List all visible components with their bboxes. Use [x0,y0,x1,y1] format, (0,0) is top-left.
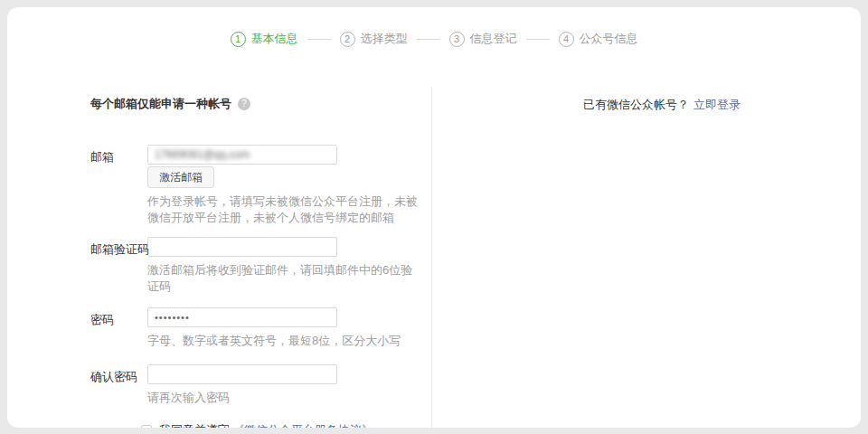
email-code-label: 邮箱验证码 [90,241,149,258]
password-input[interactable] [147,307,337,327]
email-code-hint: 激活邮箱后将收到验证邮件，请回填邮件中的6位验证码 [147,262,424,295]
existing-account-login: 已有微信公众帐号？立即登录 [583,97,741,113]
email-input[interactable]: 17669081@qq.com [147,145,337,165]
step-1-circle-icon: 1 [231,32,246,47]
step-4-label: 公众号信息 [580,31,638,47]
password-row: 密码 字母、数字或者英文符号，最短8位，区分大小写 [90,307,398,349]
agreement-checkbox[interactable] [141,425,152,428]
confirm-password-row: 确认密码 请再次输入密码 [90,364,398,406]
login-prompt: 已有微信公众帐号？ [583,98,689,111]
step-separator [307,39,331,40]
confirm-password-hint: 请再次输入密码 [147,390,424,406]
notice-text: 每个邮箱仅能申请一种帐号 [90,96,231,112]
step-3-circle-icon: 3 [449,32,465,47]
email-hint: 作为登录帐号，请填写未被微信公众平台注册，未被微信开放平台注册，未被个人微信号绑… [147,193,424,226]
step-3-label: 信息登记 [470,31,517,47]
email-code-input[interactable] [147,237,337,257]
step-separator [526,39,550,40]
step-2-label: 选择类型 [361,31,408,47]
step-separator [417,39,440,40]
password-hint: 字母、数字或者英文符号，最短8位，区分大小写 [147,333,424,349]
confirm-password-input[interactable] [147,364,337,384]
step-account-info: 4 公众号信息 [559,31,638,47]
form-notice: 每个邮箱仅能申请一种帐号 ? [90,96,250,112]
confirm-password-label: 确认密码 [90,369,137,385]
register-card: 1 基本信息 2 选择类型 3 信息登记 4 公众号信息 每个邮箱仅能申请一种帐… [7,7,861,428]
email-code-row: 邮箱验证码 激活邮箱后将收到验证邮件，请回填邮件中的6位验证码 [90,237,398,295]
activate-email-button[interactable]: 激活邮箱 [147,166,214,188]
agreement-text: 我同意并遵守 [159,422,230,428]
column-divider [431,87,432,428]
step-4-circle-icon: 4 [559,32,574,47]
email-row: 邮箱 17669081@qq.com 激活邮箱 作为登录帐号，请填写未被微信公众… [90,145,398,226]
step-basic-info: 1 基本信息 [231,31,298,47]
help-question-icon[interactable]: ? [238,98,250,110]
registration-stepper: 1 基本信息 2 选择类型 3 信息登记 4 公众号信息 [7,31,861,47]
step-account-type: 2 选择类型 [340,31,408,47]
step-1-label: 基本信息 [251,31,298,47]
agreement-row: 我同意并遵守 《微信公众平台服务协议》 [141,422,373,428]
step-info-registration: 3 信息登记 [449,31,517,47]
email-label: 邮箱 [90,149,114,165]
login-now-link[interactable]: 立即登录 [693,98,741,111]
step-2-circle-icon: 2 [340,32,355,47]
email-redacted-value: 17669081@qq.com [155,148,250,161]
service-agreement-link[interactable]: 《微信公众平台服务协议》 [232,422,373,428]
password-label: 密码 [90,312,114,328]
